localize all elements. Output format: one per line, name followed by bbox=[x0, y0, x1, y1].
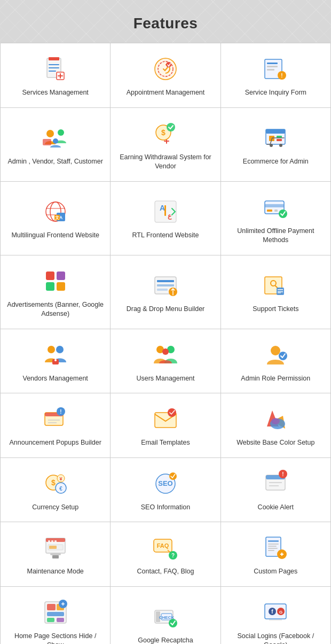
svg-rect-41 bbox=[164, 205, 166, 216]
feature-announcement-popups: ! Announcement Popups Builder bbox=[1, 393, 111, 458]
feature-users-management: Users Management bbox=[111, 329, 220, 394]
offline-payment-label: Unlimited Offline Payment Methods bbox=[227, 227, 324, 245]
homesections-icon bbox=[42, 599, 69, 626]
payment-icon bbox=[262, 193, 289, 221]
svg-rect-103 bbox=[49, 546, 57, 549]
svg-text:!: ! bbox=[282, 471, 284, 477]
svg-text:!: ! bbox=[281, 73, 283, 79]
feature-advertisements: Advertisements (Banner, Google Adsense) bbox=[1, 255, 111, 329]
svg-point-69 bbox=[162, 348, 169, 355]
menu-icon bbox=[152, 271, 179, 299]
svg-rect-18 bbox=[43, 139, 51, 145]
svg-text:FAQ: FAQ bbox=[157, 542, 169, 549]
rtl-label: RTL Frontend Website bbox=[132, 231, 199, 240]
cookie-icon: ! bbox=[262, 470, 289, 498]
feature-admin-role-permission: Admin Role Permission bbox=[221, 329, 331, 394]
svg-text:文: 文 bbox=[55, 215, 59, 220]
email-templates-label: Email Templates bbox=[141, 438, 190, 448]
svg-point-20 bbox=[53, 138, 58, 144]
svg-point-81 bbox=[271, 418, 280, 424]
users-management-label: Users Management bbox=[136, 374, 194, 384]
features-grid: Services Management Appointment Manageme… bbox=[0, 43, 331, 644]
feature-admin-vendor: Admin , Vendor, Staff, Customer bbox=[1, 108, 111, 182]
people-icon bbox=[42, 124, 69, 152]
feature-offline-payment: Unlimited Offline Payment Methods bbox=[221, 182, 331, 255]
services-management-label: Services Management bbox=[22, 88, 88, 98]
svg-point-63 bbox=[48, 346, 55, 353]
custompages-icon bbox=[262, 534, 289, 562]
feature-home-sections: Home Page Sections Hide / Show bbox=[1, 587, 111, 645]
feature-service-inquiry-form: ! Service Inquiry Form bbox=[221, 43, 331, 108]
svg-rect-99 bbox=[48, 540, 50, 542]
svg-rect-28 bbox=[277, 139, 282, 141]
feature-social-logins: f G Social Logins (Facebook / Google) bbox=[221, 587, 331, 645]
svg-point-90 bbox=[169, 472, 177, 480]
maintenance-icon bbox=[42, 534, 69, 562]
support-tickets-label: Support Tickets bbox=[253, 305, 298, 314]
social-logins-label: Social Logins (Facebook / Google) bbox=[227, 632, 324, 645]
svg-point-64 bbox=[56, 346, 64, 353]
svg-rect-12 bbox=[267, 63, 278, 64]
currency-setup-label: Currency Setup bbox=[32, 503, 78, 513]
multilingual-label: Multilingual Frontend Website bbox=[11, 231, 99, 240]
feature-website-color: Website Base Color Setup bbox=[221, 393, 331, 458]
svg-rect-14 bbox=[267, 69, 274, 71]
svg-text:!: ! bbox=[60, 409, 61, 415]
svg-rect-101 bbox=[54, 540, 57, 542]
announcement-popups-label: Announcement Popups Builder bbox=[9, 438, 101, 448]
feature-multilingual: A 文 Multilingual Frontend Website bbox=[1, 182, 111, 255]
users-icon bbox=[152, 341, 179, 369]
svg-rect-55 bbox=[157, 289, 168, 291]
svg-rect-53 bbox=[157, 280, 174, 282]
svg-rect-112 bbox=[268, 544, 279, 545]
svg-text:$: $ bbox=[161, 128, 165, 137]
svg-rect-120 bbox=[47, 604, 56, 610]
svg-point-70 bbox=[271, 346, 280, 355]
svg-rect-113 bbox=[268, 546, 277, 547]
svg-text:?: ? bbox=[171, 553, 175, 558]
recaptcha-icon: CHECK bbox=[152, 603, 179, 631]
svg-point-66 bbox=[54, 359, 57, 361]
svg-rect-54 bbox=[157, 284, 174, 286]
vendors-icon bbox=[42, 341, 69, 369]
rtl-icon: A ع bbox=[152, 198, 179, 226]
feature-maintenance-mode: Maintenance Mode bbox=[1, 522, 111, 587]
custom-pages-label: Custom Pages bbox=[254, 567, 297, 577]
ecommerce-icon bbox=[262, 124, 289, 152]
svg-text:A: A bbox=[160, 204, 165, 212]
svg-rect-51 bbox=[57, 282, 65, 291]
svg-rect-59 bbox=[277, 288, 284, 295]
svg-point-30 bbox=[279, 144, 282, 147]
feature-appointment-management: Appointment Management bbox=[111, 43, 220, 108]
svg-rect-45 bbox=[267, 210, 272, 212]
svg-rect-105 bbox=[52, 555, 59, 558]
currency-icon: $ € ¥ bbox=[42, 470, 69, 498]
svg-rect-48 bbox=[46, 271, 54, 280]
svg-rect-124 bbox=[57, 618, 64, 622]
feature-vendors-management: Vendors Management bbox=[1, 329, 111, 394]
contact-faq-blog-label: Contact, FAQ, Blog bbox=[137, 567, 194, 577]
services-icon bbox=[42, 55, 69, 83]
svg-rect-122 bbox=[47, 612, 64, 616]
cookie-alert-label: Cookie Alert bbox=[258, 503, 294, 513]
svg-rect-123 bbox=[47, 618, 54, 622]
ads-icon bbox=[42, 267, 69, 295]
svg-rect-115 bbox=[268, 550, 274, 551]
svg-rect-114 bbox=[268, 548, 278, 549]
multilingual-icon: A 文 bbox=[42, 198, 69, 226]
feature-ecommerce: Ecommerce for Admin bbox=[221, 108, 331, 182]
advertisements-label: Advertisements (Banner, Google Adsense) bbox=[7, 300, 104, 319]
svg-rect-25 bbox=[266, 129, 285, 134]
seo-icon: SEO bbox=[152, 470, 179, 498]
svg-text:€: € bbox=[59, 486, 62, 492]
seo-information-label: SEO Information bbox=[141, 503, 190, 513]
color-icon bbox=[262, 405, 289, 433]
vendors-management-label: Vendors Management bbox=[23, 374, 88, 384]
page-title: Features bbox=[0, 0, 331, 43]
svg-rect-46 bbox=[274, 210, 278, 212]
svg-text:¥: ¥ bbox=[59, 476, 62, 482]
feature-earning-withdrawal: $ Earning Withdrawal System for Vendor bbox=[111, 108, 220, 182]
tickets-icon bbox=[262, 271, 289, 299]
svg-rect-44 bbox=[265, 204, 284, 207]
role-icon bbox=[262, 341, 289, 369]
